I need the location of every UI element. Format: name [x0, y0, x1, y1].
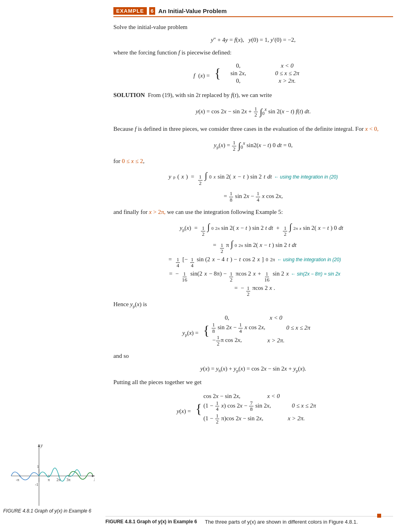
svg-text:1: 1 — [37, 464, 39, 469]
example-title: An Initial-Value Problem — [158, 8, 227, 14]
eq-y-final: y(x) = yh(x) + yp(x) = cos 2x − sin 2x +… — [113, 365, 393, 373]
forcing-function-text: where the forcing function f is piecewis… — [113, 48, 393, 57]
example-number: 6 — [149, 7, 155, 15]
putting-text: Putting all the pieces together we get — [113, 378, 393, 387]
svg-text:π: π — [48, 478, 50, 482]
eq-yp-case3-block: yp(x) = 12 ∫02π sin 2(x − t) sin 2t dt +… — [113, 222, 393, 297]
annotation-sin2x-8pi: ← sin(2x − 8π) = sin 2x — [291, 271, 341, 277]
eq-yp-case1: yp(x) = 12 ∫0x sin2(x − t) 0 dt = 0, — [113, 140, 393, 152]
hence-text: Hence yp(x) is — [113, 300, 393, 310]
three-cases-text: Because f is defined in three pieces, we… — [113, 124, 393, 134]
annotation-using-integration-20b: ← using the integration in (20) — [277, 257, 341, 262]
eq-ivp: y″ + 4y = f(x), y(0) = 1, y′(0) = −2, — [113, 37, 393, 43]
solution-text: SOLUTION From (19), with sin 2t replaced… — [113, 91, 393, 100]
eq-yp-case2-block: yp(x) = 12 ∫0x sin 2(x − t) sin 2t dt ← … — [113, 171, 393, 203]
finally-text: and finally for x > 2π, we can use the i… — [113, 208, 393, 217]
svg-marker-3 — [38, 444, 40, 447]
svg-text:x: x — [93, 477, 95, 482]
red-square-indicator — [377, 514, 381, 518]
solution-label: SOLUTION — [113, 92, 145, 98]
bottom-note-bar: FIGURE 4.8.1 Graph of y(x) in Example 6 … — [105, 516, 393, 525]
figure-caption-text: Graph of y(x) in Example 6 — [33, 508, 91, 514]
example-label: EXAMPLE — [113, 7, 147, 15]
svg-text:-1: -1 — [35, 482, 38, 487]
svg-text:-π: -π — [16, 478, 19, 482]
figure-caption: FIGURE 4.8.1 Graph of y(x) in Example 6 — [3, 508, 92, 514]
figure-container: x y 1 -1 -π π 2π — [0, 435, 95, 517]
figure-caption-bold: FIGURE 4.8.1 — [3, 508, 33, 514]
piecewise-yp: yp(x) = { 0, x < 0 18 sin 2x − 14 x cos … — [113, 315, 393, 347]
svg-text:y: y — [40, 443, 43, 448]
eq-yp-case2-result: = 18 sin 2x − 14 x cos 2x, — [113, 191, 393, 203]
annotation-using-integration-20: ← using the integration in (20) — [274, 174, 338, 180]
piecewise-y-final: y(x) = { cos 2x − sin 2x, x < 0 (1 − 14 … — [113, 393, 393, 425]
bottom-note-text: The three parts of y(x) are shown in dif… — [205, 519, 358, 525]
eq-general-solution: y(x) = cos 2x − sin 2x + 12 ∫0x sin 2(x … — [113, 106, 393, 118]
figure-sidebar: x y 1 -1 -π π 2π — [0, 435, 105, 517]
figure-bottom-caption: FIGURE 4.8.1 Graph of y(x) in Example 6 — [105, 519, 197, 524]
page-container: x y 1 -1 -π π 2π — [0, 0, 405, 532]
svg-text:3π: 3π — [66, 478, 70, 482]
for-0-x-2-text: for 0 ≤ x ≤ 2, — [113, 157, 393, 166]
main-content: EXAMPLE 6 An Initial-Value Problem Solve… — [105, 7, 405, 425]
example-header: EXAMPLE 6 An Initial-Value Problem — [113, 7, 393, 17]
and-so-text: and so — [113, 351, 393, 361]
figure-graph: x y 1 -1 -π π 2π — [3, 438, 95, 506]
intro-text: Solve the initial-value problem — [113, 23, 393, 32]
piecewise-f: f(x) = { 0, x < 0 sin 2x, 0 ≤ x ≤ 2π 0, … — [113, 62, 393, 84]
